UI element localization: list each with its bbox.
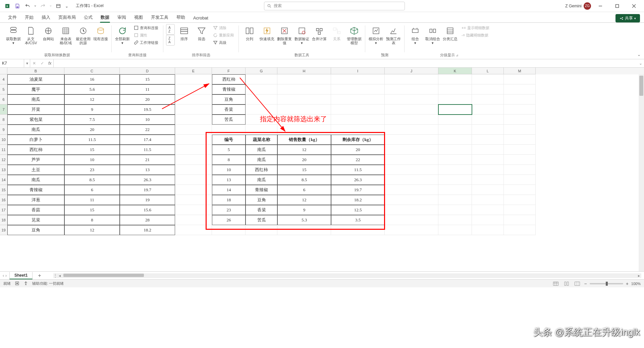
cell[interactable] (504, 225, 536, 235)
cell[interactable]: 20 (331, 145, 385, 155)
tab-dev[interactable]: 开发工具 (147, 12, 172, 22)
expand-formula-bar-button[interactable]: ⌄ (637, 61, 644, 66)
hide-detail-button[interactable]: -=隐藏明细数据 (460, 31, 491, 39)
namebox-dropdown-icon[interactable]: ▾ (24, 59, 30, 67)
cell[interactable] (246, 84, 277, 94)
cell[interactable]: 销售数量（kg） (277, 135, 331, 145)
cell[interactable]: 12.5 (331, 205, 385, 215)
subtotal-button[interactable]: 分类汇总 (442, 24, 458, 42)
cell[interactable] (438, 175, 472, 185)
cell[interactable] (385, 74, 438, 84)
cell[interactable]: 8.5 (64, 175, 120, 185)
cell[interactable] (212, 225, 246, 235)
data-model-button[interactable]: 管理数据模型 (346, 24, 362, 46)
cancel-formula-button[interactable]: ✕ (30, 59, 38, 67)
cell[interactable]: 12 (64, 94, 120, 105)
cell[interactable] (472, 145, 504, 155)
cell[interactable] (385, 105, 438, 115)
cell[interactable] (472, 215, 504, 225)
cell[interactable] (472, 105, 504, 115)
cell[interactable]: 19.7 (120, 185, 175, 195)
flash-fill-button[interactable]: 快速填充 (259, 24, 275, 42)
get-data-button[interactable]: 获取数据▾ (5, 24, 21, 46)
cell[interactable]: 芹菜 (7, 105, 64, 115)
cell[interactable] (385, 185, 438, 195)
row-header[interactable]: 14 (0, 175, 7, 185)
row-header[interactable]: 17 (0, 205, 7, 215)
undo-dropdown-icon[interactable] (33, 1, 38, 11)
show-detail-button[interactable]: +=显示明细数据 (460, 24, 491, 31)
cell[interactable] (212, 125, 246, 135)
cell[interactable]: 10 (120, 115, 175, 125)
cell[interactable] (438, 94, 472, 105)
cell[interactable]: 15.6 (120, 205, 175, 215)
cell[interactable]: 18.2 (120, 225, 175, 235)
fx-icon[interactable]: fx (46, 59, 54, 67)
cell[interactable]: 11 (64, 195, 120, 205)
qat-customize-icon[interactable] (64, 1, 70, 11)
sort-desc-button[interactable]: ZA (166, 35, 175, 46)
cell[interactable]: 23 (212, 205, 246, 215)
cell[interactable] (472, 175, 504, 185)
worksheet-grid[interactable]: BCDEFGHIJKLM 4油麦菜1615西红柿5魔芋5.611青辣椒6南瓜12… (0, 68, 644, 271)
cell[interactable] (331, 105, 385, 115)
cell[interactable]: 26 (212, 215, 246, 225)
cell[interactable]: 11.5 (64, 135, 120, 145)
cell[interactable]: 12 (277, 195, 331, 205)
cell[interactable] (175, 135, 212, 145)
cell[interactable] (438, 105, 472, 115)
cell[interactable]: 22 (331, 155, 385, 165)
cell[interactable]: 西红柿 (246, 165, 277, 175)
cell[interactable] (246, 125, 277, 135)
cell[interactable]: 白萝卜 (7, 135, 64, 145)
cell[interactable] (175, 74, 212, 84)
cell[interactable] (385, 84, 438, 94)
row-header[interactable]: 12 (0, 155, 7, 165)
from-web-button[interactable]: 自网站 (40, 24, 56, 42)
cell[interactable] (504, 195, 536, 205)
cell[interactable]: 南瓜 (7, 175, 64, 185)
cell[interactable] (385, 215, 438, 225)
advanced-filter-button[interactable]: 高级 (211, 39, 236, 46)
from-csv-button[interactable]: 从文本/CSV (23, 24, 39, 46)
row-header[interactable]: 11 (0, 145, 7, 155)
cell[interactable]: 南瓜 (7, 125, 64, 135)
cell[interactable]: 19.7 (331, 185, 385, 195)
cell[interactable]: 19 (120, 195, 175, 205)
cell[interactable]: 南瓜 (246, 145, 277, 155)
cell[interactable] (438, 84, 472, 94)
cell[interactable] (438, 185, 472, 195)
cell[interactable]: 剩余库存（kg） (331, 135, 385, 145)
tab-file[interactable]: 文件 (4, 12, 21, 22)
cell[interactable] (331, 94, 385, 105)
sort-button[interactable]: 排序 (176, 24, 192, 42)
column-header[interactable]: G (246, 68, 277, 74)
workbook-links-button[interactable]: 工作簿链接 (132, 39, 160, 46)
column-header[interactable]: D (120, 68, 175, 74)
close-button[interactable] (627, 0, 641, 12)
cell[interactable] (246, 74, 277, 84)
cell[interactable]: 20 (64, 125, 120, 135)
cell[interactable] (472, 135, 504, 145)
cell[interactable]: 南瓜 (246, 175, 277, 185)
tab-data[interactable]: 数据 (97, 12, 113, 22)
column-header[interactable]: B (7, 68, 64, 74)
cell[interactable]: 15 (120, 74, 175, 84)
cell[interactable] (277, 225, 331, 235)
cell[interactable] (175, 225, 212, 235)
zoom-in-button[interactable]: + (626, 281, 629, 286)
clear-filter-button[interactable]: 清除 (211, 24, 236, 31)
zoom-slider[interactable] (590, 283, 623, 284)
cell[interactable]: 22 (120, 125, 175, 135)
ungroup-button[interactable]: 取消组合▾ (425, 24, 441, 46)
cell[interactable] (385, 145, 438, 155)
row-header[interactable]: 19 (0, 225, 7, 235)
properties-button[interactable]: 属性 (132, 31, 160, 39)
column-header[interactable]: L (472, 68, 504, 74)
cell[interactable] (331, 74, 385, 84)
cell[interactable]: 13 (212, 175, 246, 185)
cell[interactable] (472, 195, 504, 205)
tab-view[interactable]: 视图 (130, 12, 147, 22)
cell[interactable]: 13 (120, 165, 175, 175)
cell[interactable]: 11 (120, 84, 175, 94)
